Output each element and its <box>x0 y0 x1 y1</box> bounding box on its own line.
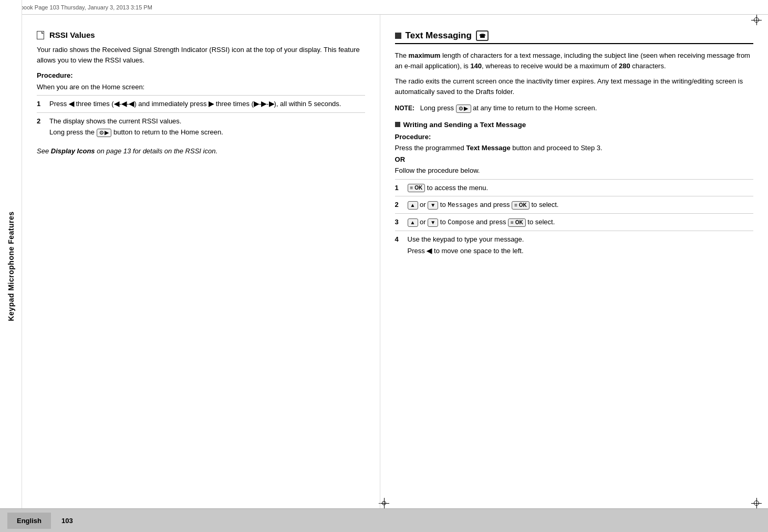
note-block: NOTE: Long press ⊙ ▶ at any time to retu… <box>395 103 753 113</box>
write-step-4: 4 Use the keypad to type your message. P… <box>395 231 753 259</box>
step-2-sub: Long press the ⊙ ▶ button to return to t… <box>37 126 365 138</box>
text-msg-body2: The radio exits the current screen once … <box>395 76 753 97</box>
up-btn-3: ▲ <box>408 218 418 227</box>
follow-text: Follow the procedure below. <box>395 165 753 176</box>
left-arrow-1: ◀ <box>69 100 74 108</box>
step-2: 2 The display shows the current RSSI val… <box>37 112 365 141</box>
write-step-3-content: ▲ or ▼ to Compose and press ≡ OK to sele… <box>408 217 753 227</box>
text-message-bold: Text Message <box>466 144 510 152</box>
rssi-title-row: RSSI Values <box>37 30 365 39</box>
top-bar-text: NAG.book Page 103 Thursday, January 3, 2… <box>6 4 152 11</box>
step-1: 1 Press ◀ three times (◀-◀-◀) and immedi… <box>37 95 365 112</box>
write-step-2-content: ▲ or ▼ to Messages and press ≡ OK to sel… <box>408 200 753 210</box>
num-280: 280 <box>619 62 630 70</box>
writing-steps: 1 ≡ OK to access the menu. 2 ▲ or ▼ to M… <box>395 179 753 259</box>
text-messaging-title: Text Messaging <box>406 30 472 41</box>
procedure-intro: When you are on the Home screen: <box>37 82 365 92</box>
left-column: RSSI Values Your radio shows the Receive… <box>22 15 380 508</box>
write-step-4-line1: Use the keypad to type your message. <box>408 234 753 245</box>
rssi-steps: 1 Press ◀ three times (◀-◀-◀) and immedi… <box>37 95 365 141</box>
right-column: Text Messaging ☎ The maximum length of c… <box>380 15 768 508</box>
write-step-3: 3 ▲ or ▼ to Compose and press ≡ OK to se… <box>395 213 753 231</box>
ok-btn-1: ≡ OK <box>408 184 425 192</box>
messages-mono: Messages <box>448 202 478 209</box>
write-step-4-line2: Press ◀ to move one space to the left. <box>395 245 753 256</box>
sidebar-label-text: Keypad Microphone Features <box>7 211 15 321</box>
step-2-content: The display shows the current RSSI value… <box>49 116 365 127</box>
content-area: RSSI Values Your radio shows the Receive… <box>22 15 768 508</box>
writing-title: Writing and Sending a Text Message <box>403 121 526 129</box>
home-btn-note: ⊙ ▶ <box>456 105 471 113</box>
home-btn-1: ⊙ ▶ <box>97 129 112 137</box>
down-btn-3: ▼ <box>428 218 438 227</box>
write-step-4-num: 4 <box>395 234 408 245</box>
or-label: OR <box>395 154 753 165</box>
compose-mono: Compose <box>448 219 474 226</box>
up-btn-2: ▲ <box>408 201 418 210</box>
text-msg-body1: The maximum length of characters for a t… <box>395 50 753 71</box>
display-icons-ref: Display Icons <box>51 147 95 155</box>
step-2-num: 2 <box>37 116 49 127</box>
right-procedure-heading: Procedure: <box>395 132 753 142</box>
ref-text: See Display Icons on page 13 for details… <box>37 146 365 157</box>
step-1-num: 1 <box>37 99 49 109</box>
step-1-content: Press ◀ three times (◀-◀-◀) and immediat… <box>49 99 365 109</box>
sidebar-label: Keypad Microphone Features <box>0 0 22 532</box>
page-number: 103 <box>61 517 73 525</box>
title-bullet-icon <box>395 33 401 39</box>
num-140: 140 <box>470 62 482 70</box>
write-step-1-content: ≡ OK to access the menu. <box>408 183 753 193</box>
procedure-heading: Procedure: <box>37 70 365 81</box>
rssi-body: Your radio shows the Received Signal Str… <box>37 45 365 65</box>
bottom-bar: English 103 <box>0 508 768 532</box>
write-step-1-num: 1 <box>395 183 408 193</box>
write-step-3-num: 3 <box>395 217 408 227</box>
write-step-2: 2 ▲ or ▼ to Messages and press ≡ OK to s… <box>395 196 753 213</box>
maximum-label: maximum <box>409 51 441 59</box>
writing-title-row: Writing and Sending a Text Message <box>395 121 753 129</box>
top-bar: NAG.book Page 103 Thursday, January 3, 2… <box>0 0 768 15</box>
write-step-1: 1 ≡ OK to access the menu. <box>395 179 753 196</box>
write-step-2-num: 2 <box>395 200 408 210</box>
left-arrow-step4: ◀ <box>427 247 432 255</box>
down-btn-2: ▼ <box>428 201 438 210</box>
rssi-title: RSSI Values <box>49 30 95 39</box>
text-messaging-title-row: Text Messaging ☎ <box>395 30 753 44</box>
sub-bullet-icon <box>395 122 400 127</box>
ok-btn-3: ≡ OK <box>508 218 526 227</box>
ok-btn-2: ≡ OK <box>512 201 530 210</box>
right-procedure-intro: Press the programmed Text Message button… <box>395 143 753 153</box>
note-text: Long press ⊙ ▶ at any time to return to … <box>417 104 597 112</box>
messaging-device-icon: ☎ <box>476 30 489 41</box>
language-label: English <box>7 513 51 529</box>
doc-icon <box>37 31 44 39</box>
note-label: NOTE: <box>395 105 414 112</box>
